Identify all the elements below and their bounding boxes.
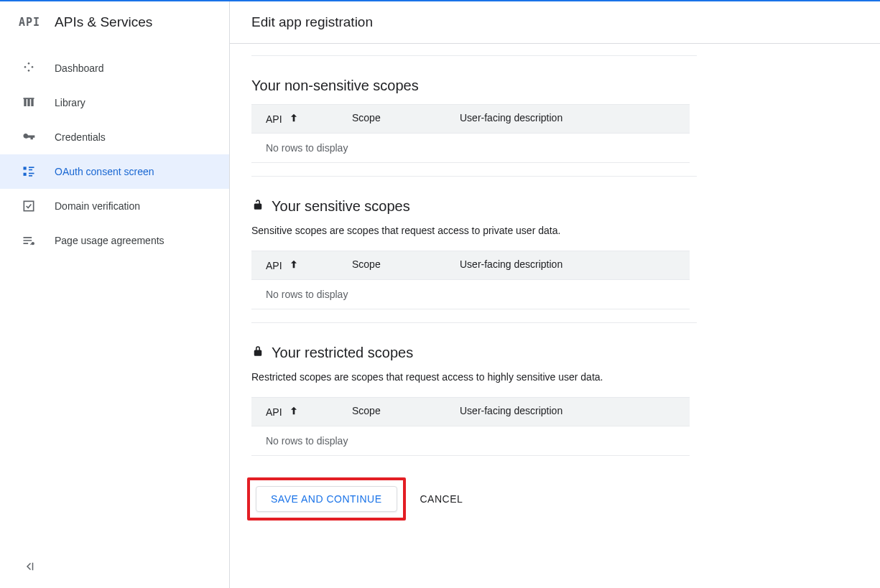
table-header: API Scope User-facing description [251,104,690,134]
arrow-up-icon [288,112,300,126]
svg-rect-0 [24,167,27,169]
page-title: Edit app registration [251,14,880,30]
sidebar-item-credentials[interactable]: Credentials [0,120,229,154]
divider [251,176,697,177]
section-title-text: Your non-sensitive scopes [251,78,419,94]
col-api-label: API [266,113,282,125]
sidebar-header: API APIs & Services [0,1,229,44]
svg-rect-3 [29,169,32,171]
sidebar-item-oauth-consent[interactable]: OAuth consent screen [0,154,229,189]
section-description: Restricted scopes are scopes that reques… [251,371,697,383]
section-sensitive-scopes: Your sensitive scopes Sensitive scopes a… [251,198,697,309]
sidebar-title: APIs & Services [55,14,152,30]
column-header-description[interactable]: User-facing description [460,258,675,272]
nav-label: Dashboard [55,62,104,74]
section-title: Your sensitive scopes [251,198,697,215]
svg-point-7 [32,242,34,245]
key-icon [22,130,36,144]
dashboard-icon [22,61,36,75]
svg-rect-4 [29,173,34,174]
column-header-scope[interactable]: Scope [352,405,460,419]
consent-icon [22,164,36,179]
nav-label: Page usage agreements [55,235,165,246]
col-api-label: API [266,260,282,271]
section-title-text: Your restricted scopes [272,345,413,361]
section-title: Your restricted scopes [251,345,697,361]
column-header-scope[interactable]: Scope [352,258,460,272]
highlight-annotation: SAVE AND CONTINUE [247,477,406,521]
divider [251,55,697,56]
table-empty-message: No rows to display [251,280,690,309]
checkbox-icon [22,199,36,213]
nav-label: Domain verification [55,200,140,212]
nav-label: OAuth consent screen [55,166,154,177]
divider [251,322,697,323]
section-title-text: Your sensitive scopes [272,198,410,215]
table-empty-message: No rows to display [251,426,690,456]
arrow-up-icon [288,405,300,419]
agreement-icon [22,233,36,248]
nav-label: Credentials [55,131,106,143]
column-header-api[interactable]: API [266,112,352,126]
sidebar-item-library[interactable]: Library [0,85,229,120]
column-header-scope[interactable]: Scope [352,112,460,126]
sidebar-item-domain-verification[interactable]: Domain verification [0,189,229,223]
section-restricted-scopes: Your restricted scopes Restricted scopes… [251,345,697,456]
lock-open-icon [251,198,264,215]
svg-rect-1 [24,173,27,176]
nav-label: Library [55,97,85,108]
col-api-label: API [266,406,282,418]
sidebar: API APIs & Services Dashboard Library [0,1,230,588]
cancel-button[interactable]: CANCEL [420,493,463,505]
lock-icon [251,345,264,361]
button-row: SAVE AND CONTINUE CANCEL [247,477,697,521]
nonsensitive-scope-table: API Scope User-facing description No row… [251,104,690,163]
svg-rect-6 [24,201,33,210]
svg-rect-2 [29,167,34,168]
sidebar-item-page-usage-agreements[interactable]: Page usage agreements [0,223,229,258]
column-header-description[interactable]: User-facing description [460,405,675,419]
api-icon: API [19,16,40,29]
main-header: Edit app registration [230,1,880,44]
library-icon [22,95,36,110]
column-header-api[interactable]: API [266,405,352,419]
column-header-api[interactable]: API [266,258,352,272]
sensitive-scope-table: API Scope User-facing description No row… [251,251,690,309]
sidebar-collapse-button[interactable] [0,547,229,588]
sidebar-nav: Dashboard Library Credentials OAuth cons… [0,44,229,547]
save-and-continue-button[interactable]: SAVE AND CONTINUE [256,486,397,512]
restricted-scope-table: API Scope User-facing description No row… [251,397,690,456]
table-header: API Scope User-facing description [251,397,690,426]
sidebar-item-dashboard[interactable]: Dashboard [0,51,229,85]
svg-rect-5 [29,175,32,177]
table-header: API Scope User-facing description [251,251,690,280]
section-nonsensitive-scopes: Your non-sensitive scopes API Scope User… [251,78,697,163]
main-content: Edit app registration Your non-sensitive… [230,1,880,588]
column-header-description[interactable]: User-facing description [460,112,675,126]
section-title: Your non-sensitive scopes [251,78,697,94]
table-empty-message: No rows to display [251,134,690,163]
section-description: Sensitive scopes are scopes that request… [251,225,697,236]
arrow-up-icon [288,258,300,272]
